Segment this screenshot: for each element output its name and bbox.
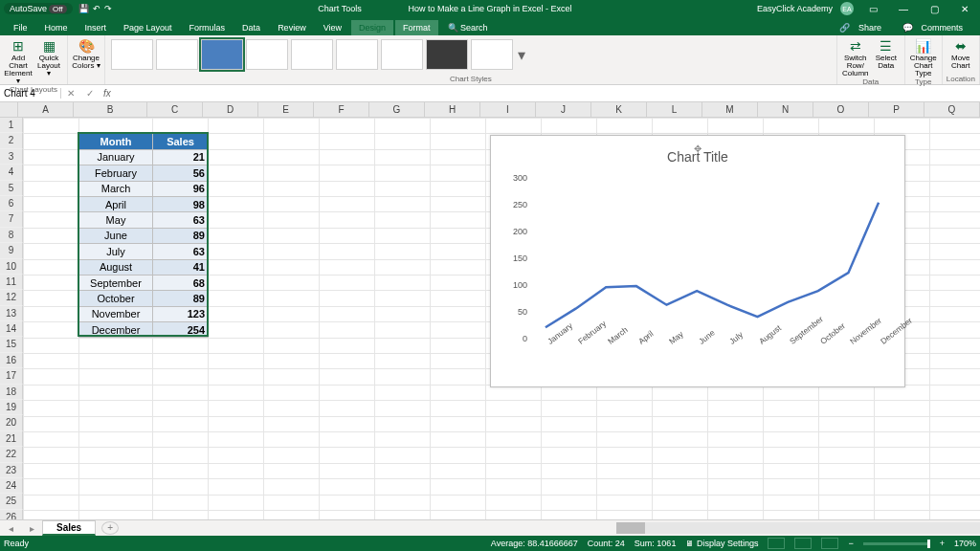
undo-icon[interactable]: ↶ <box>93 4 100 13</box>
table-header-sales[interactable]: Sales <box>153 134 209 149</box>
tab-insert[interactable]: Insert <box>78 20 115 35</box>
col-D[interactable]: D <box>203 102 258 117</box>
chart-style-1[interactable] <box>111 39 153 70</box>
chart-style-6[interactable] <box>336 39 378 70</box>
col-L[interactable]: L <box>647 102 702 117</box>
row-13[interactable]: 13 <box>0 306 23 321</box>
maximize-icon[interactable]: ▢ <box>923 4 946 14</box>
tab-data[interactable]: Data <box>234 20 268 35</box>
row-11[interactable]: 11 <box>0 275 23 290</box>
comments-button[interactable]: 💬 Comments <box>897 20 974 35</box>
table-row[interactable]: April98 <box>79 196 209 211</box>
row-18[interactable]: 18 <box>0 385 23 400</box>
row-22[interactable]: 22 <box>0 447 23 462</box>
col-J[interactable]: J <box>536 102 591 117</box>
col-N[interactable]: N <box>758 102 813 117</box>
zoom-level[interactable]: 170% <box>954 539 976 548</box>
chart-move-handle-icon[interactable]: ✥ <box>694 143 702 154</box>
share-button[interactable]: 🔗 Share <box>834 20 893 35</box>
page-layout-view-button[interactable] <box>794 538 812 549</box>
col-P[interactable]: P <box>869 102 924 117</box>
tab-view[interactable]: View <box>316 20 349 35</box>
row-6[interactable]: 6 <box>0 196 23 211</box>
sheet-nav-last-icon[interactable]: ▸ <box>30 523 34 534</box>
table-row[interactable]: September68 <box>79 275 209 290</box>
row-20[interactable]: 20 <box>0 415 23 430</box>
chart-style-7[interactable] <box>381 39 423 70</box>
row-12[interactable]: 12 <box>0 290 23 305</box>
row-5[interactable]: 5 <box>0 181 23 196</box>
col-I[interactable]: I <box>480 102 536 117</box>
normal-view-button[interactable] <box>768 538 785 549</box>
account-name[interactable]: EasyClick Academy <box>757 4 833 13</box>
chart-plot-area[interactable]: 050100150200250300 <box>531 178 893 339</box>
col-E[interactable]: E <box>258 102 314 117</box>
ribbon-display-options-icon[interactable]: ▭ <box>861 4 884 14</box>
col-M[interactable]: M <box>702 102 758 117</box>
chart-style-3[interactable] <box>201 39 243 70</box>
display-settings-button[interactable]: 🖥 Display Settings <box>685 539 758 548</box>
chart-style-5[interactable] <box>291 39 333 70</box>
table-row[interactable]: October89 <box>79 291 209 306</box>
table-row[interactable]: July63 <box>79 244 209 259</box>
move-chart-button[interactable]: ⬌Move Chart <box>947 37 975 70</box>
table-row[interactable]: November123 <box>79 306 209 321</box>
table-row[interactable]: March96 <box>79 181 209 196</box>
redo-icon[interactable]: ↷ <box>104 4 112 13</box>
row-16[interactable]: 16 <box>0 353 23 368</box>
col-A[interactable]: A <box>18 102 74 117</box>
col-B[interactable]: B <box>74 102 147 117</box>
cancel-formula-icon[interactable]: ✕ <box>67 88 75 99</box>
row-26[interactable]: 26 <box>0 510 23 519</box>
col-K[interactable]: K <box>591 102 647 117</box>
change-chart-type-button[interactable]: 📊Change Chart Type <box>909 37 938 77</box>
quick-layout-button[interactable]: ▦Quick Layout ▾ <box>34 37 63 85</box>
chart-style-9[interactable] <box>471 39 513 70</box>
table-row[interactable]: August41 <box>79 259 209 275</box>
chart-style-4[interactable] <box>246 39 288 70</box>
select-all-corner[interactable] <box>0 102 18 117</box>
col-F[interactable]: F <box>314 102 369 117</box>
name-box[interactable]: Chart 4 <box>0 88 61 99</box>
sheet-nav-first-icon[interactable]: ◂ <box>9 523 13 534</box>
row-25[interactable]: 25 <box>0 494 23 509</box>
tab-file[interactable]: File <box>6 20 35 35</box>
table-header-month[interactable]: Month <box>79 134 153 149</box>
tab-page-layout[interactable]: Page Layout <box>116 20 180 35</box>
tab-review[interactable]: Review <box>270 20 314 35</box>
embedded-chart[interactable]: ✥ Chart Title 050100150200250300 January… <box>490 135 905 387</box>
tab-formulas[interactable]: Formulas <box>182 20 234 35</box>
row-4[interactable]: 4 <box>0 165 23 180</box>
row-17[interactable]: 17 <box>0 368 23 384</box>
row-1[interactable]: 1 <box>0 118 23 133</box>
zoom-slider[interactable] <box>863 542 930 545</box>
sheet-tab-sales[interactable]: Sales <box>42 520 96 536</box>
col-Q[interactable]: Q <box>924 102 980 117</box>
select-data-button[interactable]: ☰Select Data <box>872 37 901 77</box>
new-sheet-button[interactable]: + <box>101 521 119 535</box>
autosave-toggle[interactable]: AutoSave Off <box>4 3 73 14</box>
add-chart-element-button[interactable]: ⊞Add Chart Element ▾ <box>4 37 33 85</box>
table-row[interactable]: February56 <box>79 165 209 181</box>
col-H[interactable]: H <box>425 102 480 117</box>
row-15[interactable]: 15 <box>0 337 23 352</box>
row-14[interactable]: 14 <box>0 321 23 337</box>
table-row[interactable]: May63 <box>79 212 209 228</box>
horizontal-scrollbar[interactable] <box>616 522 980 534</box>
row-8[interactable]: 8 <box>0 228 23 243</box>
worksheet-grid[interactable]: 1234567891011121314151617181920212223242… <box>0 118 980 519</box>
row-2[interactable]: 2 <box>0 133 23 148</box>
zoom-in-button[interactable]: + <box>940 539 945 548</box>
zoom-out-button[interactable]: − <box>848 539 853 548</box>
col-O[interactable]: O <box>813 102 869 117</box>
tab-search[interactable]: 🔍 Search <box>440 20 496 35</box>
chart-style-2[interactable] <box>156 39 198 70</box>
row-21[interactable]: 21 <box>0 431 23 447</box>
switch-row-column-button[interactable]: ⇄Switch Row/ Column <box>841 37 870 77</box>
save-icon[interactable]: 💾 <box>78 4 89 13</box>
row-19[interactable]: 19 <box>0 400 23 415</box>
enter-formula-icon[interactable]: ✓ <box>86 88 94 99</box>
tab-design[interactable]: Design <box>351 20 393 35</box>
change-colors-button[interactable]: 🎨Change Colors ▾ <box>72 37 100 70</box>
chart-styles-gallery[interactable]: ▾ <box>109 37 833 72</box>
